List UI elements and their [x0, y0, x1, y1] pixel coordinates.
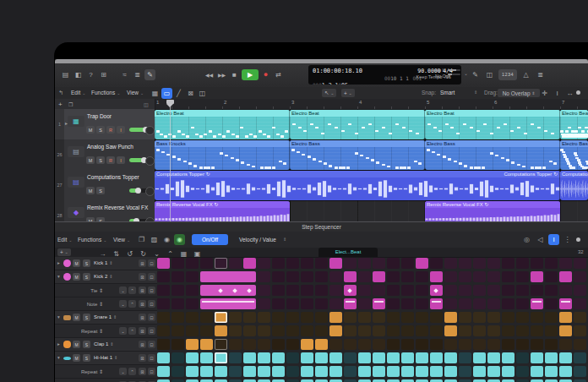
step-cell[interactable]	[157, 339, 170, 350]
step-cell[interactable]	[401, 285, 414, 296]
step-cell[interactable]	[387, 285, 400, 296]
row-name[interactable]: Snare 1⇕	[94, 314, 117, 319]
track-s-button[interactable]: S	[96, 156, 105, 164]
pencil-icon[interactable]: ✎	[470, 69, 481, 80]
step-cell[interactable]	[531, 366, 543, 377]
step-cell[interactable]	[272, 285, 285, 296]
row-option-a-icon[interactable]: ⊠	[139, 354, 146, 362]
step-cell[interactable]	[373, 271, 385, 282]
step-cell[interactable]	[545, 366, 558, 377]
step-cell[interactable]	[531, 325, 543, 336]
step-cell[interactable]	[215, 325, 227, 336]
row-option-b-icon[interactable]: ⊡	[148, 341, 155, 348]
row-option-b-icon[interactable]: ⊡	[148, 327, 155, 335]
step-cell[interactable]	[473, 352, 486, 363]
step-cell[interactable]	[559, 325, 572, 336]
row-mute-button[interactable]: M	[73, 314, 80, 321]
step-cell[interactable]	[258, 258, 270, 269]
row-disclosure-icon[interactable]: ▸	[57, 341, 60, 347]
step-cell[interactable]	[416, 285, 428, 296]
row-solo-button[interactable]: S	[83, 354, 90, 362]
step-cell[interactable]	[559, 258, 572, 269]
step-cell[interactable]	[286, 325, 299, 336]
step-cell[interactable]	[186, 366, 199, 377]
row-stepper-icon[interactable]: ⇕	[109, 274, 112, 279]
step-cell[interactable]	[373, 352, 385, 363]
step-cell[interactable]	[487, 325, 500, 336]
row-option-a-icon[interactable]: ⊠	[139, 300, 146, 308]
step-cell[interactable]	[502, 339, 514, 350]
step-cell[interactable]	[416, 325, 428, 336]
step-cell[interactable]	[286, 366, 299, 377]
region[interactable]: Electro Bass	[560, 140, 588, 170]
step-cell[interactable]	[258, 339, 270, 350]
step-cell[interactable]	[373, 325, 385, 336]
track-header-row[interactable]: 27▤Computations TopperMS	[55, 170, 155, 201]
step-cell[interactable]	[502, 298, 514, 309]
step-cell[interactable]	[301, 271, 313, 282]
pointer-tool-button[interactable]: ↖⌄	[322, 89, 336, 97]
step-cell[interactable]	[344, 366, 357, 377]
preview-speaker-icon[interactable]: ◁	[535, 234, 546, 245]
row-disclosure-icon[interactable]: ▸	[57, 260, 60, 265]
step-cell[interactable]	[286, 271, 299, 282]
metronome-icon[interactable]: △	[520, 69, 531, 80]
step-cell[interactable]	[358, 258, 371, 269]
step-cell[interactable]	[545, 258, 558, 269]
pencil-tool-button[interactable]: +⌄	[341, 89, 355, 97]
step-cell[interactable]	[487, 339, 500, 350]
step-cell[interactable]	[358, 325, 371, 336]
seq-menu-edit[interactable]: Edit⌄	[57, 237, 72, 243]
step-cell[interactable]	[315, 339, 328, 350]
step-cell[interactable]	[574, 298, 586, 309]
step-cell[interactable]	[459, 285, 471, 296]
subrow-increment-icon[interactable]: ⌃	[128, 368, 136, 375]
step-cell[interactable]	[315, 258, 328, 269]
step-cell[interactable]	[172, 339, 184, 350]
step-cell[interactable]	[229, 258, 242, 269]
subrow-increment-icon[interactable]: ⌃	[128, 300, 136, 308]
step-cell[interactable]	[574, 258, 586, 269]
track-s-button[interactable]: S	[96, 187, 105, 194]
step-cell[interactable]	[286, 298, 299, 309]
step-cell[interactable]	[301, 325, 313, 336]
step-cell[interactable]	[157, 312, 170, 323]
step-cell[interactable]	[516, 339, 529, 350]
step-cell[interactable]	[286, 258, 299, 269]
step-cell[interactable]	[516, 271, 529, 282]
row-solo-button[interactable]: S	[83, 341, 90, 348]
step-tie-bar[interactable]	[200, 298, 256, 309]
row-option-a-icon[interactable]: ⊠	[139, 259, 146, 267]
row-mute-button[interactable]: M	[73, 354, 80, 362]
live-record-button[interactable]: ◉	[174, 234, 185, 245]
step-cell[interactable]	[545, 285, 558, 296]
seq-menu-view[interactable]: View⌄	[113, 237, 130, 243]
step-cell[interactable]	[545, 339, 558, 350]
add-track-icon[interactable]: +	[58, 101, 63, 108]
step-cell[interactable]	[215, 339, 227, 350]
step-cell[interactable]	[358, 339, 371, 350]
row-option-b-icon[interactable]: ⊡	[148, 314, 155, 321]
region[interactable]: Electro Bass	[425, 140, 560, 170]
link-icon[interactable]: ↔	[564, 88, 575, 99]
step-cell[interactable]	[531, 312, 543, 323]
edit-mode-stepper-icon[interactable]: ⇕	[283, 237, 286, 242]
step-cell[interactable]	[545, 312, 558, 323]
step-cell[interactable]	[473, 258, 486, 269]
step-cell[interactable]	[487, 352, 500, 363]
step-cell[interactable]	[258, 325, 270, 336]
drag-value-dropdown[interactable]: No Overlap⇕	[498, 89, 540, 97]
row-mute-button[interactable]: M	[73, 341, 80, 348]
step-cell[interactable]	[200, 312, 213, 323]
row-option-b-icon[interactable]: ⊡	[148, 300, 155, 308]
step-cell[interactable]	[229, 325, 242, 336]
step-cell[interactable]	[344, 352, 357, 363]
step-cell[interactable]	[157, 366, 170, 377]
snap-value[interactable]: Smart	[440, 90, 455, 96]
step-cell[interactable]	[574, 352, 586, 363]
step-input-icon[interactable]: 1234	[498, 69, 517, 80]
step-cell[interactable]	[258, 285, 270, 296]
step-cell[interactable]	[416, 366, 428, 377]
step-cell[interactable]	[329, 312, 342, 323]
automation-icon[interactable]: ╱	[173, 88, 184, 99]
